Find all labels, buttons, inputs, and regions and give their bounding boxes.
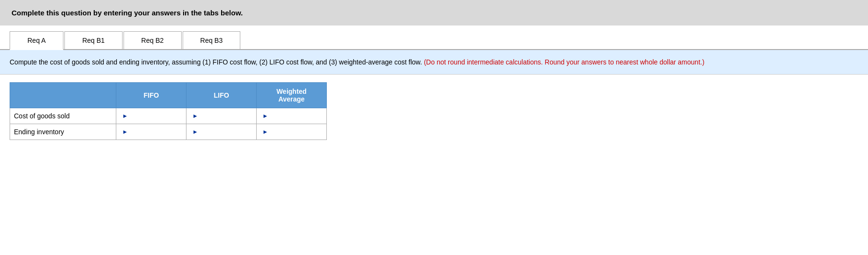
ei-fifo-input[interactable] <box>130 128 180 136</box>
tab-req-b1[interactable]: Req B1 <box>64 31 123 49</box>
header-lifo: LIFO <box>186 83 257 108</box>
tab-req-b2[interactable]: Req B2 <box>124 31 182 49</box>
arrow-icon: ► <box>122 128 128 135</box>
arrow-icon: ► <box>192 113 198 119</box>
row-label-cogs: Cost of goods sold <box>10 108 116 124</box>
description-red-text: (Do not round intermediate calculations.… <box>424 58 705 66</box>
instruction-text: Complete this question by entering your … <box>12 9 243 17</box>
tab-req-b3[interactable]: Req B3 <box>183 31 241 49</box>
arrow-icon: ► <box>122 113 128 119</box>
arrow-icon: ► <box>262 128 268 135</box>
cogs-wa-cell[interactable]: ► <box>257 108 327 124</box>
cogs-fifo-input[interactable] <box>130 112 180 120</box>
instruction-bar: Complete this question by entering your … <box>0 0 868 26</box>
table-section: FIFO LIFO Weighted Average Cost of goods… <box>0 75 868 148</box>
ei-lifo-cell[interactable]: ► <box>186 124 257 140</box>
cogs-fifo-cell[interactable]: ► <box>116 108 186 124</box>
arrow-icon: ► <box>262 113 268 119</box>
cogs-lifo-cell[interactable]: ► <box>186 108 257 124</box>
table-row: Cost of goods sold ► ► ► <box>10 108 327 124</box>
ei-lifo-input[interactable] <box>200 128 250 136</box>
table-row: Ending inventory ► ► ► <box>10 124 327 140</box>
description-box: Compute the cost of goods sold and endin… <box>0 50 868 75</box>
row-label-ending-inventory: Ending inventory <box>10 124 116 140</box>
header-empty <box>10 83 116 108</box>
cogs-wa-input[interactable] <box>270 112 321 120</box>
data-table: FIFO LIFO Weighted Average Cost of goods… <box>10 82 327 140</box>
header-fifo: FIFO <box>116 83 186 108</box>
description-main-text: Compute the cost of goods sold and endin… <box>10 58 422 66</box>
ei-fifo-cell[interactable]: ► <box>116 124 186 140</box>
tabs-container: Req A Req B1 Req B2 Req B3 <box>0 26 868 50</box>
tab-req-a[interactable]: Req A <box>10 31 63 50</box>
arrow-icon: ► <box>192 128 198 135</box>
cogs-lifo-input[interactable] <box>200 112 250 120</box>
ei-wa-cell[interactable]: ► <box>257 124 327 140</box>
ei-wa-input[interactable] <box>270 128 321 136</box>
header-weighted-average: Weighted Average <box>257 83 327 108</box>
